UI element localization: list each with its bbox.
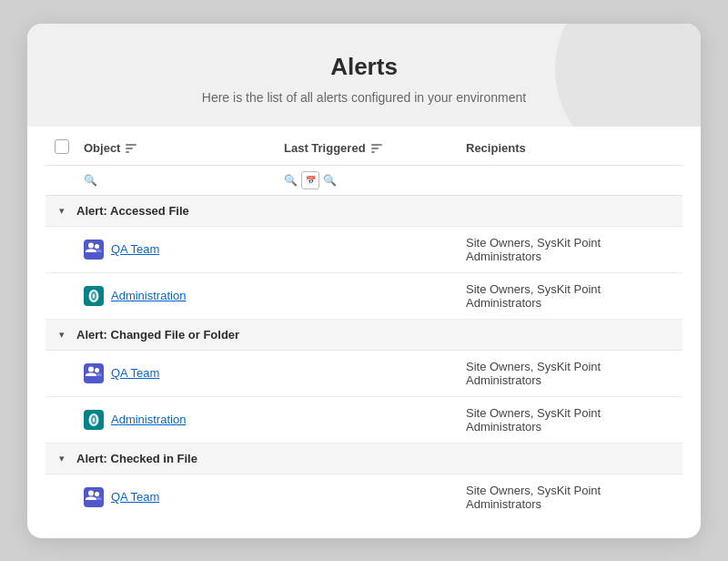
table-row: QA Team Site Owners, SysKit Point Admini…: [46, 351, 682, 397]
teams-icon: [84, 240, 104, 260]
object-search-input[interactable]: [101, 171, 247, 189]
object-cell-qa-team-2: QA Team: [84, 363, 284, 383]
svg-point-11: [93, 417, 95, 422]
svg-point-5: [93, 293, 95, 298]
svg-point-7: [95, 368, 99, 372]
recipients-cell-qa-team-2: Site Owners, SysKit Point Administrators: [466, 360, 673, 387]
column-headers: Object Last Triggered Recipients: [46, 127, 682, 166]
triggered-search-icon: 🔍: [284, 174, 298, 187]
object-link-qa-team-1[interactable]: QA Team: [111, 242, 159, 256]
group-row-changed-file: ▾ Alert: Changed File or Folder: [46, 320, 682, 351]
object-cell-qa-team-3: QA Team: [84, 487, 284, 507]
sharepoint-icon: [84, 286, 104, 306]
object-link-qa-team-2[interactable]: QA Team: [111, 366, 159, 380]
group-label-accessed-file: Alert: Accessed File: [76, 204, 189, 218]
page-header: Alerts Here is the list of all alerts co…: [27, 24, 701, 127]
teams-icon: [84, 363, 104, 383]
group-label-checked-in: Alert: Checked in File: [76, 452, 197, 465]
triggered-filter-icon[interactable]: [371, 144, 382, 153]
filter-row: 🔍 🔍 📅 🔍: [46, 166, 682, 196]
table-row: QA Team Site Owners, SysKit Point Admini…: [46, 227, 682, 273]
chevron-down-icon[interactable]: ▾: [55, 329, 69, 341]
triggered-search-icon2: 🔍: [323, 174, 337, 187]
recipients-cell-qa-team-3: Site Owners, SysKit Point Administrators: [466, 484, 673, 511]
group-label-changed-file: Alert: Changed File or Folder: [76, 328, 239, 342]
object-search-icon: 🔍: [84, 174, 97, 187]
triggered-label: Last Triggered: [284, 141, 366, 155]
select-all-checkbox[interactable]: [55, 139, 84, 158]
triggered-search-box: 🔍 📅 🔍: [284, 171, 466, 189]
teams-icon: [84, 487, 104, 507]
object-search-box: 🔍: [84, 171, 284, 189]
object-link-admin-1[interactable]: Administration: [111, 289, 186, 302]
table-row: QA Team Site Owners, SysKit Point Admini…: [46, 474, 682, 520]
object-link-admin-2[interactable]: Administration: [111, 413, 186, 426]
page-title: Alerts: [64, 53, 664, 81]
checkbox-box[interactable]: [55, 139, 69, 154]
table-row: Administration Site Owners, SysKit Point…: [46, 397, 682, 444]
group-row-checked-in: ▾ Alert: Checked in File: [46, 444, 682, 474]
calendar-icon[interactable]: 📅: [301, 171, 319, 189]
column-header-recipients: Recipients: [466, 141, 673, 155]
object-cell-admin-2: Administration: [84, 410, 284, 430]
object-cell-qa-team-1: QA Team: [84, 240, 284, 260]
main-card: Alerts Here is the list of all alerts co…: [27, 24, 701, 538]
chevron-down-icon[interactable]: ▾: [55, 205, 69, 217]
recipients-cell-qa-team-1: Site Owners, SysKit Point Administrators: [466, 236, 673, 263]
svg-point-1: [95, 244, 99, 249]
chevron-down-icon[interactable]: ▾: [55, 453, 69, 464]
object-filter-icon[interactable]: [126, 144, 136, 153]
column-header-triggered: Last Triggered: [284, 141, 466, 155]
recipients-cell-admin-2: Site Owners, SysKit Point Administrators: [466, 406, 673, 434]
recipients-label: Recipients: [466, 141, 526, 155]
object-link-qa-team-3[interactable]: QA Team: [111, 490, 159, 504]
recipients-cell-admin-1: Site Owners, SysKit Point Administrators: [466, 282, 673, 310]
group-row-accessed-file: ▾ Alert: Accessed File: [46, 196, 682, 227]
table-area: Object Last Triggered Recipients 🔍: [27, 127, 701, 538]
column-header-object: Object: [84, 141, 284, 155]
page-subtitle: Here is the list of all alerts configure…: [64, 90, 664, 105]
object-cell-admin-1: Administration: [84, 286, 284, 306]
object-label: Object: [84, 141, 120, 155]
table-row: Administration Site Owners, SysKit Point…: [46, 273, 682, 320]
svg-point-13: [95, 492, 99, 496]
sharepoint-icon: [84, 410, 104, 430]
